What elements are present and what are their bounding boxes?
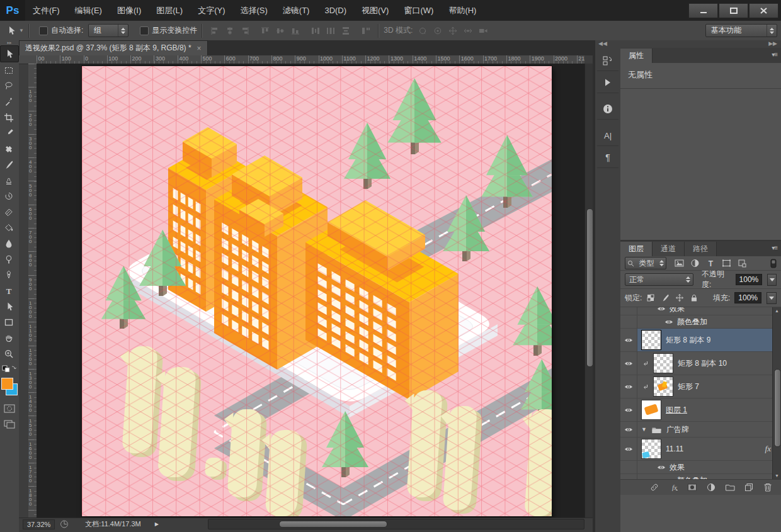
layer-effect-item-row[interactable]: 颜色叠加 [620,315,781,329]
blend-mode-dropdown[interactable]: 正常 [625,273,693,286]
panel-menu-icon[interactable]: ▾≡ [772,51,777,58]
layer-name[interactable]: 11.11 [666,444,683,453]
3d-roll-icon[interactable] [430,24,445,38]
lock-all-icon[interactable] [690,293,698,302]
link-layers-icon[interactable] [649,482,659,492]
3d-orbit-icon[interactable] [415,24,430,38]
3d-pan-icon[interactable] [445,24,460,38]
canvas-viewport[interactable] [37,64,584,518]
tool-brush[interactable] [0,157,18,173]
layer-row[interactable]: 11.11fx [620,438,781,461]
layer-effects-row[interactable]: 效果 [620,307,781,315]
auto-select-target-dropdown[interactable]: 组 [88,24,128,37]
new-layer-icon[interactable] [744,482,754,492]
canvas-artwork[interactable] [82,66,552,516]
menu-item-10[interactable]: 帮助(H) [441,0,484,21]
align-icon-8[interactable] [338,24,353,38]
group-name[interactable]: 广告牌 [666,424,689,435]
info-panel-icon[interactable] [597,98,619,120]
tab-close-icon[interactable]: × [197,44,202,53]
layer-visibility-eye-icon[interactable] [620,329,637,351]
maximize-button[interactable] [719,3,748,18]
layer-row[interactable]: 图层 1 [620,399,781,422]
opacity-value-field[interactable]: 100% [736,274,763,285]
layer-fx-badge[interactable]: fx [765,444,771,454]
tool-rectangular-marquee[interactable] [0,62,18,78]
menu-item-3[interactable]: 图层(L) [149,0,190,21]
vertical-scrollbar[interactable] [584,64,593,518]
group-expand-caret[interactable]: ▼ [641,426,647,433]
layer-thumbnail[interactable] [653,353,673,373]
scroll-down-icon[interactable]: ▼ [775,473,779,478]
horizontal-scrollbar[interactable] [208,519,584,529]
tool-rectangle[interactable] [0,314,18,330]
tab-layers[interactable]: 图层 [620,242,653,256]
fill-dropdown-icon[interactable] [767,292,777,304]
lock-image-pixels-icon[interactable] [661,293,670,302]
filter-toggle-icon[interactable] [770,259,777,268]
tool-path-selection[interactable] [0,298,18,314]
default-colors-icon[interactable] [1,364,18,371]
tool-hand[interactable] [0,330,18,346]
add-adjustment-layer-icon[interactable] [706,482,716,492]
layer-name[interactable]: 图层 1 [666,405,687,416]
menu-item-9[interactable]: 窗口(W) [396,0,441,21]
layer-name[interactable]: 矩形 8 副本 9 [666,335,710,346]
layer-name[interactable]: 矩形 7 [678,382,699,392]
delete-layer-icon[interactable] [763,482,773,492]
layer-effects-row[interactable]: 效果 [620,461,781,474]
tool-zoom[interactable] [0,346,18,361]
3d-camera-icon[interactable] [476,24,491,38]
filter-pixel-layers-icon[interactable] [675,259,684,268]
layer-row[interactable]: 矩形 8 副本 10 [620,352,781,375]
effect-visibility-eye-icon[interactable] [657,463,665,471]
align-icon-6[interactable] [308,24,323,38]
tab-properties[interactable]: 属性 [620,48,653,63]
quick-mask-button[interactable] [1,400,18,416]
menu-item-8[interactable]: 视图(V) [354,0,396,21]
layer-visibility-eye-icon[interactable] [620,422,637,437]
tool-crop[interactable] [0,110,18,125]
layer-group-row[interactable]: ▼广告牌 [620,422,781,438]
fill-value-field[interactable]: 100% [734,292,761,303]
paragraph-panel-icon[interactable]: ¶ [597,147,619,168]
layer-row[interactable]: 矩形 7 [620,375,781,399]
dock-collapse-arrows-icon[interactable]: ◀◀ [595,40,620,49]
foreground-color-swatch[interactable] [1,378,13,390]
tool-pen[interactable] [0,267,18,283]
panel-menu-icon[interactable]: ▾≡ [772,244,777,251]
lock-position-icon[interactable] [675,293,684,302]
tool-clone-stamp[interactable] [0,173,18,188]
minimize-button[interactable] [688,3,718,18]
actions-panel-icon[interactable] [597,72,619,93]
screen-mode-button[interactable] [1,416,18,432]
layer-thumbnail[interactable] [641,400,661,420]
layer-visibility-eye-icon[interactable] [620,375,637,398]
horizontal-scrollbar-thumb[interactable] [279,521,387,528]
filter-shape-layers-icon[interactable] [722,259,731,268]
add-layer-mask-icon[interactable] [687,482,697,492]
align-icon-5[interactable] [288,24,303,38]
tool-history-brush[interactable] [0,188,18,204]
filter-smart-objects-icon[interactable] [738,259,747,268]
tool-paint-bucket[interactable] [0,220,18,235]
layer-thumbnail[interactable] [641,330,661,350]
layer-effect-item-row[interactable]: 颜色叠加 [620,474,781,479]
layer-name[interactable]: 矩形 8 副本 10 [678,358,727,369]
tool-eyedropper[interactable] [0,125,18,141]
tool-blur[interactable] [0,235,18,251]
show-transform-checkbox[interactable] [140,26,149,35]
tool-lasso[interactable] [0,78,18,94]
tool-preset-arrow-icon[interactable]: ▼ [19,28,24,33]
align-icon-0[interactable] [207,24,222,38]
dock-expand-arrows-icon[interactable]: ▶▶ [620,40,781,48]
align-icon-1[interactable] [222,24,237,38]
tool-quick-selection[interactable] [0,94,18,110]
align-icon-4[interactable] [273,24,288,38]
align-icon-2[interactable] [237,24,253,38]
menu-item-7[interactable]: 3D(D) [317,0,354,21]
align-icon-7[interactable] [323,24,338,38]
character-panel-icon[interactable]: A| [597,125,619,146]
tab-channels[interactable]: 通道 [653,242,685,256]
menu-item-2[interactable]: 图像(I) [110,0,149,21]
